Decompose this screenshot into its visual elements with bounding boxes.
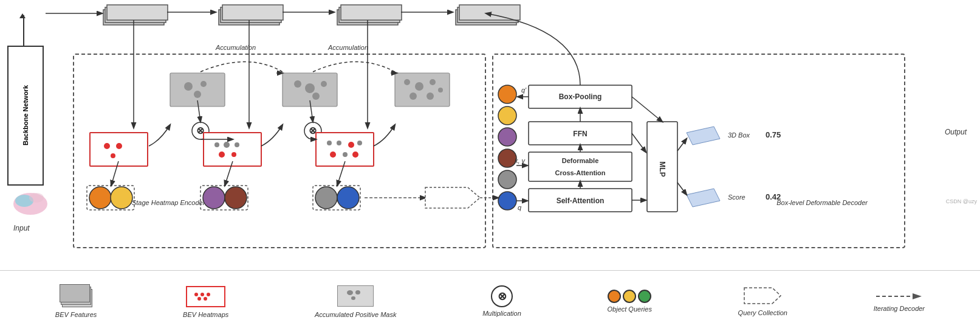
query-circle-orange [608, 290, 621, 303]
svg-text:Accumulation: Accumulation [215, 44, 256, 51]
svg-marker-121 [913, 293, 922, 299]
obj-queries-label: Object Queries [608, 305, 652, 313]
svg-text:Accumulation: Accumulation [327, 44, 368, 51]
bev-heatmaps-icon [185, 284, 227, 308]
acc-mask-label: Accumulated Positive Mask [315, 311, 397, 318]
svg-marker-119 [744, 288, 781, 304]
main-container: Multi-Stage Heatmap Encoder Box-level De… [0, 0, 980, 331]
svg-point-2 [29, 193, 44, 203]
backbone-label: Backbone Network [21, 85, 30, 145]
svg-rect-9 [222, 5, 283, 20]
backbone-arrowhead [19, 13, 26, 18]
input-blob [9, 183, 52, 219]
legend-obj-queries: Object Queries [608, 290, 652, 313]
multistage-label: Multi-Stage Heatmap Encoder [115, 199, 205, 206]
svg-rect-15 [456, 10, 516, 25]
legend-query-collection: Query Collection [738, 285, 787, 316]
svg-rect-3 [103, 10, 164, 25]
query-circle-green [638, 290, 651, 303]
watermark: CSDN @uzy [946, 198, 977, 204]
svg-rect-11 [337, 10, 398, 25]
iter-decoder-icon [876, 290, 922, 302]
backbone-box: Backbone Network [7, 46, 44, 186]
multistage-region [73, 54, 486, 248]
svg-rect-17 [459, 5, 520, 20]
bev-features-icon [60, 284, 93, 308]
svg-rect-5 [107, 5, 168, 20]
diagram-area: Multi-Stage Heatmap Encoder Box-level De… [0, 0, 980, 270]
svg-rect-12 [339, 7, 400, 23]
bev-heatmaps-label: BEV Heatmaps [183, 311, 228, 318]
boxlevel-region [492, 54, 905, 248]
query-circle-yellow [623, 290, 636, 303]
mult-icon: ⊗ [491, 285, 513, 307]
legend-acc-mask: Accumulated Positive Mask [315, 284, 397, 318]
legend-bev-heatmaps: BEV Heatmaps [183, 284, 228, 318]
legend-multiplication: ⊗ Multiplication [482, 285, 521, 317]
backbone-arrow [23, 15, 24, 46]
legend-area: BEV Features BEV Heatmaps Accumulated [0, 270, 980, 331]
iter-decoder-label: Iterating Decoder [874, 305, 925, 312]
boxlevel-label: Box-level Deformable Decoder [776, 199, 868, 206]
query-collection-icon [743, 285, 783, 307]
legend-bev-features: BEV Features [55, 284, 97, 318]
query-collection-label: Query Collection [738, 309, 787, 316]
obj-queries-icon [608, 290, 651, 303]
acc-mask-icon [336, 284, 375, 308]
output-label: Output [945, 128, 967, 136]
svg-rect-8 [221, 7, 281, 23]
legend-iter-decoder: Iterating Decoder [874, 290, 925, 312]
mult-label: Multiplication [482, 310, 521, 317]
svg-rect-13 [341, 5, 402, 20]
svg-rect-7 [219, 10, 279, 25]
svg-rect-16 [457, 7, 518, 23]
bev-features-label: BEV Features [55, 311, 97, 318]
svg-rect-4 [105, 7, 166, 23]
input-label: Input [13, 224, 30, 232]
